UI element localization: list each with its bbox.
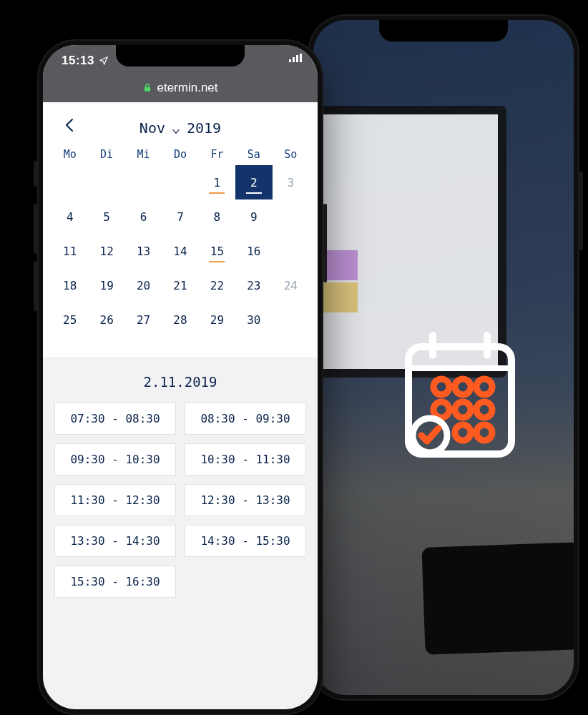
promo-phone bbox=[308, 14, 579, 701]
lock-icon bbox=[142, 83, 152, 93]
timeslot-button[interactable]: 12:30 - 13:30 bbox=[185, 484, 306, 516]
status-time: 15:13 bbox=[62, 54, 109, 68]
url-bar[interactable]: etermin.net bbox=[43, 81, 318, 95]
day-cell[interactable]: 19 bbox=[88, 268, 124, 302]
day-cell[interactable]: 29 bbox=[199, 302, 235, 337]
svg-rect-14 bbox=[144, 87, 150, 92]
svg-point-4 bbox=[433, 379, 449, 395]
timeslot-button[interactable]: 09:30 - 10:30 bbox=[54, 443, 176, 475]
weekday-label: Sa bbox=[235, 148, 272, 161]
svg-point-8 bbox=[433, 402, 449, 418]
weekday-label: Mo bbox=[52, 148, 88, 161]
day-cell[interactable]: 24 bbox=[273, 268, 309, 302]
timeslot-section: 2.11.2019 07:30 - 08:3008:30 - 09:3009:3… bbox=[43, 357, 318, 598]
svg-point-6 bbox=[476, 379, 492, 395]
weekday-label: Mi bbox=[125, 148, 162, 161]
day-cell bbox=[273, 199, 309, 234]
timeslot-button[interactable]: 13:30 - 14:30 bbox=[54, 525, 176, 557]
day-cell[interactable]: 4 bbox=[52, 199, 88, 234]
svg-point-10 bbox=[476, 402, 492, 418]
day-cell[interactable]: 3 bbox=[273, 165, 309, 199]
timeslot-button[interactable]: 07:30 - 08:30 bbox=[54, 403, 176, 435]
day-cell[interactable]: 6 bbox=[125, 199, 162, 234]
weekday-label: Do bbox=[162, 148, 198, 161]
chevron-down-icon bbox=[171, 123, 181, 133]
day-cell[interactable]: 28 bbox=[162, 302, 198, 337]
svg-point-9 bbox=[455, 402, 471, 418]
day-cell[interactable]: 23 bbox=[235, 268, 272, 302]
day-cell[interactable]: 14 bbox=[162, 234, 198, 268]
url-domain: etermin.net bbox=[157, 81, 217, 95]
day-cell[interactable]: 27 bbox=[125, 302, 162, 337]
calendar-card: Nov 2019 MoDiMiDoFrSaSo 1234567891112131… bbox=[43, 102, 318, 357]
day-cell[interactable]: 20 bbox=[125, 268, 162, 302]
timeslot-button[interactable]: 15:30 - 16:30 bbox=[54, 566, 176, 598]
day-cell[interactable]: 16 bbox=[235, 234, 272, 268]
weekday-label: Fr bbox=[199, 148, 235, 161]
weekday-label: So bbox=[273, 148, 309, 161]
day-cell[interactable]: 12 bbox=[88, 234, 124, 268]
selected-date-label: 2.11.2019 bbox=[54, 374, 306, 390]
timeslot-button[interactable]: 08:30 - 09:30 bbox=[185, 403, 306, 435]
timeslot-button[interactable]: 10:30 - 11:30 bbox=[185, 443, 306, 475]
booking-phone: 15:13 etermin.net bbox=[37, 39, 323, 715]
day-cell[interactable]: 5 bbox=[88, 199, 124, 234]
timeslot-button[interactable]: 14:30 - 15:30 bbox=[185, 525, 306, 557]
day-cell bbox=[125, 165, 162, 199]
svg-point-12 bbox=[476, 425, 492, 440]
promo-screen bbox=[313, 20, 574, 695]
desk-tablet-image bbox=[421, 542, 574, 655]
day-cell bbox=[52, 165, 88, 199]
calendar-grid: 1234567891112131415161819202122232425262… bbox=[52, 165, 309, 337]
day-cell[interactable]: 30 bbox=[235, 302, 272, 337]
day-cell[interactable]: 26 bbox=[88, 302, 124, 337]
day-cell bbox=[162, 165, 198, 199]
svg-point-5 bbox=[455, 379, 471, 395]
weekday-label: Di bbox=[88, 148, 124, 161]
signal-icon bbox=[289, 54, 302, 62]
back-button[interactable] bbox=[62, 117, 79, 134]
svg-point-11 bbox=[455, 425, 471, 440]
day-cell[interactable]: 21 bbox=[162, 268, 198, 302]
calendar-booking-icon bbox=[396, 331, 524, 467]
day-cell[interactable]: 2 bbox=[235, 165, 272, 199]
day-cell[interactable]: 11 bbox=[52, 234, 88, 268]
year-label: 2019 bbox=[187, 119, 221, 137]
day-cell[interactable]: 13 bbox=[125, 234, 162, 268]
day-cell[interactable]: 25 bbox=[52, 302, 88, 337]
month-label: Nov bbox=[139, 119, 165, 137]
day-cell[interactable]: 7 bbox=[162, 199, 198, 234]
timeslot-grid: 07:30 - 08:3008:30 - 09:3009:30 - 10:301… bbox=[54, 403, 306, 598]
day-cell[interactable]: 18 bbox=[52, 268, 88, 302]
day-cell[interactable]: 8 bbox=[199, 199, 235, 234]
day-cell[interactable]: 15 bbox=[199, 234, 235, 268]
day-cell[interactable]: 1 bbox=[199, 165, 235, 199]
location-arrow-icon bbox=[99, 56, 109, 66]
day-cell bbox=[273, 302, 309, 337]
day-cell[interactable]: 9 bbox=[235, 199, 272, 234]
day-cell bbox=[88, 165, 124, 199]
day-cell[interactable]: 22 bbox=[199, 268, 235, 302]
status-right bbox=[289, 54, 302, 62]
day-cell bbox=[273, 234, 309, 268]
month-picker[interactable]: Nov 2019 bbox=[139, 119, 221, 137]
weekday-header: MoDiMiDoFrSaSo bbox=[52, 148, 309, 161]
timeslot-button[interactable]: 11:30 - 12:30 bbox=[54, 484, 176, 516]
